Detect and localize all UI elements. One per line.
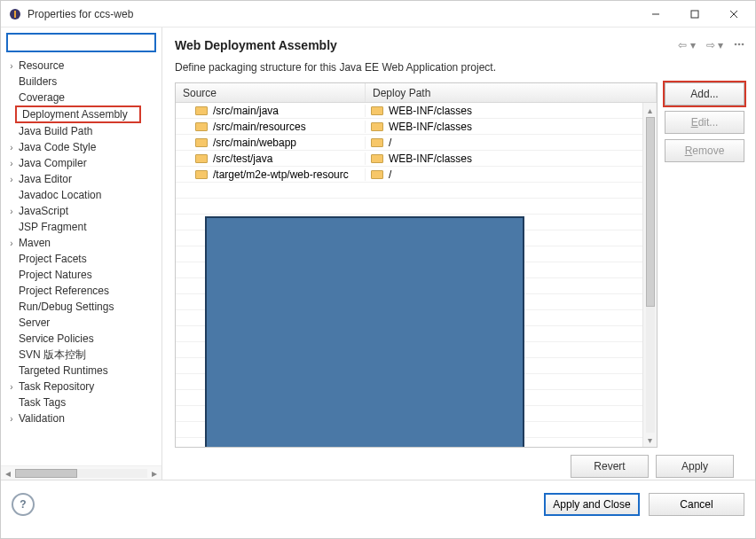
sidebar-item-svn-[interactable]: SVN 版本控制: [1, 347, 161, 363]
folder-icon: [195, 106, 208, 115]
tree-label: Java Editor: [17, 173, 72, 185]
table-row[interactable]: /src/main/javaWEB-INF/classes: [176, 103, 657, 119]
svg-point-7: [738, 43, 741, 45]
titlebar: Properties for ccs-web: [1, 1, 755, 27]
tree-label: Java Code Style: [17, 141, 96, 153]
svg-rect-1: [14, 11, 16, 18]
tree-label: Project Facets: [17, 253, 87, 265]
forward-icon[interactable]: ⇨ ▾: [706, 39, 723, 51]
sidebar-item-server[interactable]: Server: [1, 315, 161, 331]
main-panel: Web Deployment Assembly ⇦ ▾ ⇨ ▾ Define p…: [162, 27, 755, 480]
sidebar-item-deployment-assembly[interactable]: Deployment Assembly: [15, 105, 141, 123]
folder-icon: [371, 122, 383, 131]
column-source[interactable]: Source: [176, 83, 366, 102]
sidebar-item-validation[interactable]: ›Validation: [1, 410, 161, 426]
table-row[interactable]: /src/main/webapp/: [176, 135, 657, 151]
cell-deploy: WEB-INF/classes: [389, 105, 472, 117]
folder-icon: [195, 170, 208, 179]
folder-icon: [371, 106, 383, 115]
add-button[interactable]: Add...: [665, 82, 744, 105]
sidebar-item-coverage[interactable]: Coverage: [1, 90, 161, 105]
cell-source: /src/main/java: [213, 105, 279, 117]
tree-label: Project References: [17, 285, 109, 297]
tree-label: Targeted Runtimes: [17, 364, 108, 377]
sidebar-scrollbar-horizontal[interactable]: ◂▸: [1, 465, 161, 480]
tree-label: Service Policies: [17, 332, 94, 345]
column-deploy[interactable]: Deploy Path: [366, 83, 657, 102]
sidebar-item-project-references[interactable]: Project References: [1, 283, 161, 299]
tree-label: JavaScript: [17, 205, 68, 217]
view-menu-icon[interactable]: [734, 39, 744, 52]
assembly-table[interactable]: Source Deploy Path /src/main/javaWEB-INF…: [175, 82, 658, 448]
sidebar-item-project-facets[interactable]: Project Facets: [1, 251, 161, 267]
folder-icon: [371, 170, 383, 179]
table-empty-row: [176, 199, 657, 215]
chevron-right-icon[interactable]: ›: [6, 207, 17, 216]
sidebar-item-resource[interactable]: ›Resource: [1, 58, 161, 74]
edit-button: Edit...: [665, 111, 744, 134]
close-button[interactable]: [714, 2, 753, 27]
sidebar-item-java-editor[interactable]: ›Java Editor: [1, 171, 161, 187]
chevron-right-icon[interactable]: ›: [6, 159, 17, 168]
chevron-right-icon[interactable]: ›: [6, 61, 17, 71]
sidebar-item-javadoc-location[interactable]: Javadoc Location: [1, 187, 161, 203]
chevron-right-icon[interactable]: ›: [6, 414, 17, 424]
sidebar-item-jsp-fragment[interactable]: JSP Fragment: [1, 219, 161, 235]
table-row[interactable]: /src/test/javaWEB-INF/classes: [176, 151, 657, 167]
cell-deploy: WEB-INF/classes: [389, 152, 472, 165]
sidebar-item-builders[interactable]: Builders: [1, 74, 161, 90]
sidebar-item-task-repository[interactable]: ›Task Repository: [1, 379, 161, 394]
tree-label: Run/Debug Settings: [17, 301, 114, 313]
chevron-right-icon[interactable]: ›: [6, 143, 17, 152]
apply-and-close-button[interactable]: Apply and Close: [544, 493, 640, 516]
folder-icon: [195, 154, 208, 163]
tree-label: Javadoc Location: [17, 189, 101, 201]
tree-label: Project Natures: [17, 269, 92, 281]
folder-icon: [371, 138, 383, 147]
table-row[interactable]: /src/main/resourcesWEB-INF/classes: [176, 119, 657, 135]
apply-button[interactable]: Apply: [656, 455, 734, 478]
cell-source: /target/m2e-wtp/web-resourc: [213, 168, 349, 181]
back-icon[interactable]: ⇦ ▾: [678, 39, 695, 51]
cancel-button[interactable]: Cancel: [649, 493, 744, 516]
tree-label: Java Compiler: [17, 157, 87, 169]
filter-input[interactable]: [6, 33, 156, 52]
tree-label: JSP Fragment: [17, 221, 86, 233]
folder-icon: [371, 154, 383, 163]
chevron-right-icon[interactable]: ›: [6, 382, 17, 392]
cell-source: /src/main/webapp: [213, 137, 296, 149]
sidebar-item-run-debug-settings[interactable]: Run/Debug Settings: [1, 299, 161, 315]
help-icon[interactable]: ?: [12, 493, 35, 516]
table-scrollbar-vertical[interactable]: ▴▾: [642, 103, 657, 447]
chevron-right-icon[interactable]: ›: [6, 175, 17, 184]
maximize-button[interactable]: [675, 2, 714, 27]
redaction-overlay: [205, 216, 524, 447]
tree-label: SVN 版本控制: [17, 348, 86, 363]
tree-label: Task Tags: [17, 396, 66, 409]
minimize-button[interactable]: [636, 2, 675, 27]
sidebar-item-maven[interactable]: ›Maven: [1, 235, 161, 251]
sidebar-item-project-natures[interactable]: Project Natures: [1, 267, 161, 283]
chevron-right-icon[interactable]: ›: [6, 238, 17, 248]
svg-point-8: [742, 43, 744, 45]
sidebar-item-java-compiler[interactable]: ›Java Compiler: [1, 155, 161, 171]
page-description: Define packaging structure for this Java…: [175, 61, 744, 74]
sidebar-item-java-build-path[interactable]: Java Build Path: [1, 123, 161, 139]
folder-icon: [195, 122, 208, 131]
page-title: Web Deployment Assembly: [175, 38, 678, 52]
svg-rect-3: [691, 11, 698, 18]
svg-point-6: [735, 43, 737, 45]
sidebar-item-service-policies[interactable]: Service Policies: [1, 331, 161, 347]
table-row[interactable]: /target/m2e-wtp/web-resourc/: [176, 167, 657, 183]
sidebar-item-task-tags[interactable]: Task Tags: [1, 394, 161, 410]
tree-label: Task Repository: [17, 380, 94, 393]
sidebar-item-java-code-style[interactable]: ›Java Code Style: [1, 139, 161, 155]
revert-button[interactable]: Revert: [571, 455, 649, 478]
sidebar-item-targeted-runtimes[interactable]: Targeted Runtimes: [1, 363, 161, 379]
tree-label: Resource: [17, 59, 64, 72]
properties-tree[interactable]: ›ResourceBuildersCoverageDeployment Asse…: [1, 56, 161, 465]
dialog-footer: ? Apply and Close Cancel: [1, 480, 755, 527]
sidebar: ›ResourceBuildersCoverageDeployment Asse…: [1, 27, 162, 480]
sidebar-item-javascript[interactable]: ›JavaScript: [1, 203, 161, 219]
tree-label: Coverage: [17, 91, 65, 104]
